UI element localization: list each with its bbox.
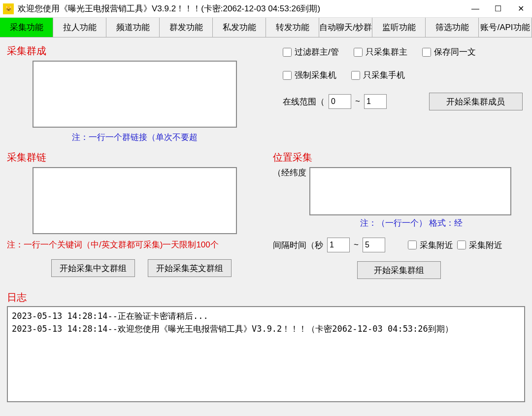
tab-forward[interactable]: 转发功能 [266,18,319,37]
section-collect-groups-title: 采集群链 [7,151,263,164]
chk-collect-near2[interactable]: 采集附近 [457,240,502,251]
maximize-button[interactable]: ☐ [487,0,509,18]
chk-save-same-box[interactable] [422,48,431,57]
start-collect-members-button[interactable]: 开始采集群成员 [429,93,523,110]
tab-mass[interactable]: 群发功能 [160,18,213,37]
tab-filter[interactable]: 筛选功能 [426,18,479,37]
online-range-label: 在线范围（ [283,96,325,107]
collect-groups-button[interactable]: 开始采集群组 [357,261,441,279]
app-icon: 🐱 [3,3,14,14]
chk-filter-owner[interactable]: 过滤群主/管 [283,46,339,58]
minimize-button[interactable]: — [464,0,487,18]
chk-only-phone[interactable]: 只采集手机 [351,69,405,81]
tab-dm[interactable]: 私发功能 [213,18,266,37]
titlebar: 🐱 欢迎您使用《曝光王电报营销工具》V3.9.2！！！(卡密:2062-12-0… [0,0,532,18]
latlng-label: （经纬度 [273,167,306,178]
interval-to-input[interactable] [363,238,385,252]
group-links-input[interactable] [33,61,237,128]
section-location-title: 位置采集 [273,151,525,164]
group-links-note: 注：一行一个群链接（单次不要超 [33,132,237,143]
chk-collect-near1[interactable]: 采集附近 [408,240,453,251]
chk-save-same[interactable]: 保存同一文 [422,46,476,58]
collect-cn-groups-button[interactable]: 开始采集中文群组 [51,259,135,277]
tab-account[interactable]: 账号/API功能 [479,18,532,37]
log-title: 日志 [7,291,525,304]
online-to-input[interactable] [364,94,387,109]
latlng-note: 注：（一行一个） 格式：经 [298,217,525,229]
interval-from-input[interactable] [327,238,350,252]
tab-autochat[interactable]: 自动聊天/炒群 [319,18,372,37]
tab-channel[interactable]: 频道功能 [106,18,160,37]
chk-filter-owner-box[interactable] [283,48,292,57]
chk-only-phone-box[interactable] [351,71,360,80]
keywords-note: 注：一行一个关键词（中/英文群都可采集)一天限制100个 [7,239,263,250]
keywords-input[interactable] [33,167,237,234]
tab-invite[interactable]: 拉人功能 [53,18,106,37]
latlng-input[interactable] [309,167,511,215]
window-title: 欢迎您使用《曝光王电报营销工具》V3.9.2！！！(卡密:2062-12-03 … [18,3,464,14]
chk-only-owner-box[interactable] [354,48,363,57]
collect-en-groups-button[interactable]: 开始采集英文群组 [148,259,232,277]
chk-only-owner[interactable]: 只采集群主 [354,46,407,58]
chk-near1-box[interactable] [408,241,417,249]
tab-monitor[interactable]: 监听功能 [372,18,426,37]
chk-near2-box[interactable] [457,241,466,249]
tab-bar: 采集功能 拉人功能 频道功能 群发功能 私发功能 转发功能 自动聊天/炒群 监听… [0,18,532,37]
tilde: ~ [355,97,360,106]
close-button[interactable]: ✕ [509,0,532,18]
tab-collect[interactable]: 采集功能 [0,18,53,37]
log-output[interactable]: 2023-05-13 14:28:14--正在验证卡密请稍后... 2023-0… [7,306,525,402]
section-collect-members-title: 采集群成 [7,44,253,58]
chk-force-collect-box[interactable] [283,71,292,80]
interval-label: 间隔时间（秒 [273,240,323,251]
online-from-input[interactable] [329,94,351,109]
chk-force-collect[interactable]: 强制采集机 [283,69,336,81]
